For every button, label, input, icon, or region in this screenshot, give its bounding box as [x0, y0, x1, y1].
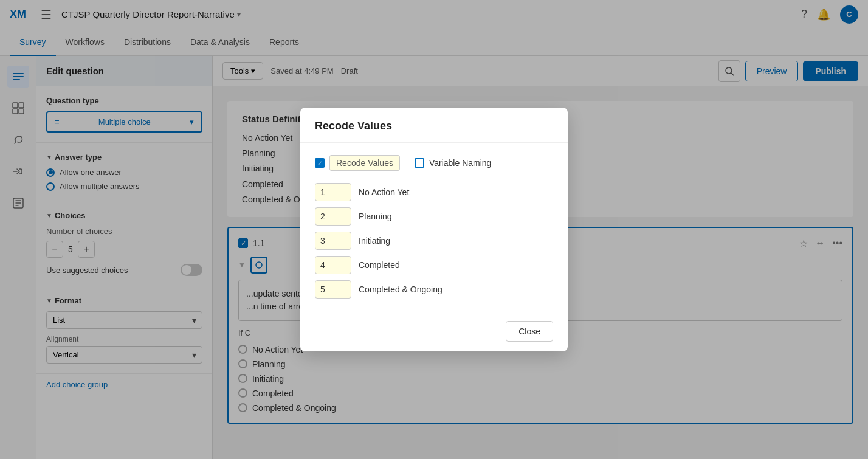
recode-input-4[interactable] — [315, 256, 351, 274]
variable-naming-label: Variable Naming — [429, 158, 491, 168]
variable-naming-checkbox-item[interactable]: Variable Naming — [415, 158, 491, 168]
recode-rows: No Action Yet Planning Initiating Comple… — [315, 183, 553, 299]
recode-values-checkbox-item[interactable]: ✓ Recode Values — [315, 155, 400, 171]
recode-label-1: No Action Yet — [359, 187, 409, 197]
variable-naming-checkbox[interactable] — [415, 158, 424, 168]
modal-title: Recode Values — [315, 120, 392, 132]
recode-input-5[interactable] — [315, 280, 351, 299]
recode-values-checkbox-label: Recode Values — [329, 155, 400, 171]
recode-row-2: Planning — [315, 207, 553, 226]
modal-header: Recode Values — [300, 108, 568, 143]
recode-label-2: Planning — [359, 212, 392, 221]
recode-label-4: Completed — [359, 260, 400, 270]
recode-label-3: Initiating — [359, 236, 390, 246]
recode-row-4: Completed — [315, 256, 553, 274]
recode-values-modal: Recode Values ✓ Recode Values Variable N… — [300, 108, 568, 351]
recode-input-2[interactable] — [315, 207, 351, 226]
recode-row-5: Completed & Ongoing — [315, 280, 553, 299]
recode-input-3[interactable] — [315, 232, 351, 250]
recode-values-checkbox[interactable]: ✓ — [315, 158, 325, 168]
modal-checkboxes: ✓ Recode Values Variable Naming — [315, 155, 553, 171]
recode-row-1: No Action Yet — [315, 183, 553, 201]
recode-row-3: Initiating — [315, 232, 553, 250]
recode-label-5: Completed & Ongoing — [359, 285, 443, 294]
modal-body: ✓ Recode Values Variable Naming No Actio… — [300, 143, 568, 311]
modal-overlay[interactable]: Recode Values ✓ Recode Values Variable N… — [0, 0, 868, 459]
close-button[interactable]: Close — [506, 321, 553, 342]
modal-footer: Close — [300, 311, 568, 351]
recode-input-1[interactable] — [315, 183, 351, 201]
